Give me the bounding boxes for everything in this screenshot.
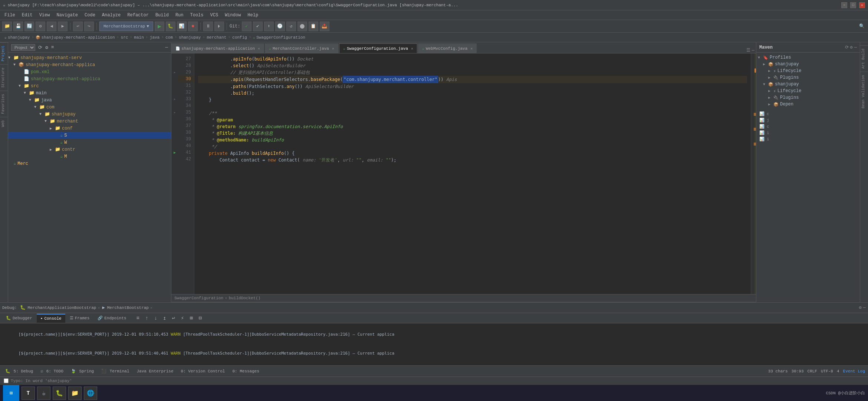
status-messages[interactable]: 0: Messages	[230, 369, 262, 374]
tab-close-webmvc[interactable]: ✕	[470, 46, 473, 51]
tree-item-merch-app[interactable]: ▼ 📦 shanjupay-merchant-applica	[8, 61, 171, 68]
save-button[interactable]: 💾	[13, 22, 23, 31]
menu-vcs[interactable]: VCS	[207, 12, 221, 19]
tab-close-ctrl[interactable]: ✕	[332, 46, 334, 51]
maven-plugins1[interactable]: ▶ 🔌 Plugins	[756, 74, 860, 81]
tree-item-merc[interactable]: ☕ Merc	[8, 160, 171, 167]
tree-item-src[interactable]: ▼ 📁 src	[8, 82, 171, 89]
edge-tab-art-build[interactable]: Art Build	[860, 45, 868, 72]
gutter-29[interactable]: ▸	[172, 69, 177, 76]
coverage-button[interactable]: 📊	[177, 22, 187, 31]
menu-analyze[interactable]: Analyze	[99, 12, 124, 19]
status-java-enterprise[interactable]: Java Enterprise	[135, 369, 176, 374]
tree-item-root[interactable]: ▼ 📁 shanjupay-merchant-serv	[8, 54, 171, 61]
status-debug[interactable]: 🐛 5: Debug	[3, 369, 35, 374]
bottom-collapse-icon[interactable]: —	[863, 305, 866, 310]
git-diff-button[interactable]: ⬤	[297, 22, 307, 31]
suspend-button[interactable]: ⏸	[203, 22, 213, 31]
tab-endpoints[interactable]: 🔗 Endpoints	[94, 314, 130, 323]
nav-item-src[interactable]: src	[119, 35, 130, 40]
run-config-close1[interactable]: ✕	[98, 306, 100, 310]
code-content[interactable]: .apiInfo(buildApiInfo()) Docket .select(…	[194, 53, 751, 294]
tab-merchant-ctrl[interactable]: ☕ MerchantController.java ✕	[265, 43, 338, 53]
debug-grid-button[interactable]: ⊞	[187, 314, 195, 322]
tree-item-contr[interactable]: ▶ 📁 contr	[8, 146, 171, 153]
editor-menu-icon[interactable]: ☰	[746, 48, 750, 53]
redo-button[interactable]: ↪	[84, 22, 94, 31]
status-terminal[interactable]: ⬛ Terminal	[99, 369, 131, 374]
menu-code[interactable]: Code	[82, 12, 98, 19]
git-push-button[interactable]: ⬆	[264, 22, 274, 31]
tab-webmvc[interactable]: ☕ WebMvcConfig.java ✕	[418, 43, 477, 53]
run-config-close2[interactable]: ✕	[150, 306, 152, 310]
taskbar-t[interactable]: T	[22, 387, 35, 400]
debug-up-button[interactable]: ↑	[143, 314, 151, 322]
nav-item-shanjupay2[interactable]: shanjupay	[177, 35, 202, 40]
tab-console[interactable]: ▪ Console	[37, 314, 65, 323]
search-button[interactable]: 🔍	[858, 22, 866, 30]
menu-tools[interactable]: Tools	[187, 12, 207, 19]
tree-item-shanjupay[interactable]: ▼ 📁 shanjupay	[8, 111, 171, 118]
menu-navigate[interactable]: Navigate	[53, 12, 81, 19]
tree-item-merchant[interactable]: ▼ 📁 merchant	[8, 118, 171, 125]
gear-icon[interactable]: ⚙	[45, 45, 48, 50]
maven-settings-icon[interactable]: ⚙	[850, 45, 853, 50]
menu-refactor[interactable]: Refactor	[124, 12, 152, 19]
open-button[interactable]: 📁	[2, 22, 12, 31]
menu-view[interactable]: View	[36, 12, 53, 19]
git-copy-button[interactable]: 📤	[320, 22, 329, 31]
git-pull-button[interactable]: 🕐	[275, 22, 285, 31]
settings-button[interactable]: ⚙	[36, 22, 45, 31]
back-button[interactable]: ◀	[47, 22, 56, 31]
run-config-selector[interactable]: MerchantBootstrap ▼	[99, 22, 153, 31]
sync-button[interactable]: 🔄	[24, 22, 34, 31]
nav-item-swagger[interactable]: ☕ SwaggerConfiguration	[251, 35, 307, 40]
tab-close-app[interactable]: ✕	[258, 46, 260, 51]
debug-eval-button[interactable]: ⚡	[178, 314, 187, 322]
stop-button[interactable]: ■	[188, 22, 198, 31]
minimize-button[interactable]: –	[841, 2, 847, 8]
git-check-button[interactable]: ✓	[242, 22, 251, 31]
debug-step-out-button[interactable]: ↥	[161, 314, 169, 322]
tab-favorites[interactable]: Favorites	[0, 91, 8, 117]
menu-help[interactable]: Help	[244, 12, 261, 19]
status-spring[interactable]: 🍃 Spring	[69, 369, 96, 374]
debug-more-button[interactable]: ⊟	[196, 314, 204, 322]
edge-tab-bean-validation[interactable]: Bean Validation	[860, 72, 868, 111]
nav-item-java[interactable]: java	[148, 35, 161, 40]
git-revert-button[interactable]: ↺	[286, 22, 296, 31]
tree-item-com[interactable]: ▼ 📁 com	[8, 104, 171, 111]
undo-button[interactable]: ↩	[73, 22, 83, 31]
collapse-icon[interactable]: —	[165, 45, 168, 50]
run-config-bottom2[interactable]: MerchantBootstrap	[107, 306, 149, 310]
status-vc[interactable]: 0: Version Control	[179, 369, 227, 374]
tab-swagger-config[interactable]: ☕ SwaggerConfiguration.java ✕	[339, 43, 417, 53]
project-view-dropdown[interactable]: Project	[11, 44, 35, 51]
menu-edit[interactable]: Edit	[19, 12, 36, 19]
tree-item-conf[interactable]: ▶ 📁 conf	[8, 125, 171, 132]
console-output[interactable]: [${project.name}][${env:SERVER_PORT}] 20…	[0, 323, 868, 365]
run-config-bottom[interactable]: MerchantApplicationBootstrap	[28, 306, 96, 310]
tab-project[interactable]: Project	[0, 42, 8, 64]
maven-dependencies[interactable]: ▶ 📦 Depen	[756, 101, 860, 108]
run-button[interactable]: ▶	[155, 22, 164, 31]
nav-item-main[interactable]: main	[132, 35, 145, 40]
sync-icon[interactable]: ⟳	[38, 45, 42, 50]
tab-structure[interactable]: Structure	[0, 64, 8, 91]
nav-item-config[interactable]: config	[231, 35, 249, 40]
maximize-button[interactable]: □	[850, 2, 856, 8]
tree-item-swagger-w[interactable]: ☕ W	[8, 139, 171, 146]
menu-build[interactable]: Build	[152, 12, 172, 19]
tree-item-swagger-s[interactable]: ☕ S	[8, 132, 171, 139]
tree-item-java[interactable]: ▼ 📁 java	[8, 97, 171, 104]
git-commit-button[interactable]: ✔	[253, 22, 263, 31]
gutter-35[interactable]: ▸	[172, 109, 177, 116]
window-controls[interactable]: – □ ✕	[841, 2, 865, 8]
gutter-33[interactable]: ▸	[172, 96, 177, 102]
bottom-settings-icon[interactable]: ⚙	[859, 305, 862, 310]
tab-debugger[interactable]: 🐛 Debugger	[2, 314, 36, 323]
maven-collapse-icon[interactable]: —	[854, 45, 857, 50]
maven-profiles[interactable]: ▼ 🔖 Profiles	[756, 54, 860, 61]
nav-item-shanjupay[interactable]: ☕ shanjupay	[3, 35, 31, 40]
debug-down-button[interactable]: ↓	[152, 314, 160, 322]
